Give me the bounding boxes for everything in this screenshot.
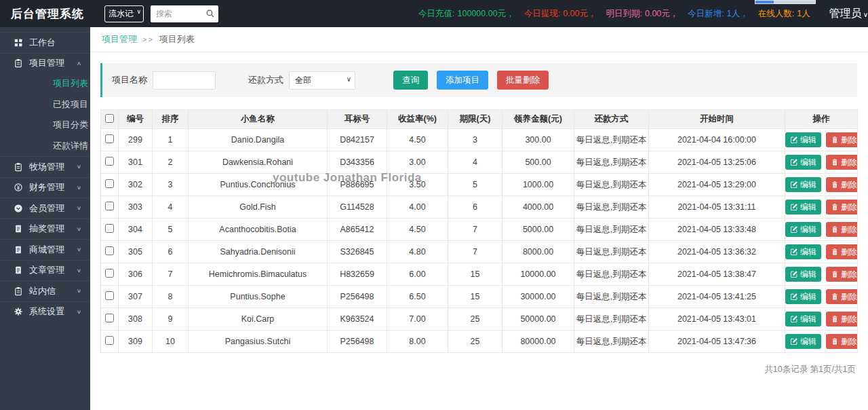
cell-start-time: 2021-04-05 13:36:32: [649, 241, 785, 263]
delete-button[interactable]: 删除: [826, 334, 858, 349]
edit-button[interactable]: 编辑: [785, 334, 821, 349]
delete-button[interactable]: 删除: [826, 289, 858, 304]
edit-button[interactable]: 编辑: [785, 289, 821, 304]
delete-button[interactable]: 删除: [826, 312, 858, 327]
sidebar-item[interactable]: 会员管理 ∨: [0, 198, 90, 219]
edit-button[interactable]: 编辑: [785, 267, 821, 282]
sidebar-item[interactable]: 项目管理 ∧: [0, 53, 90, 74]
trash-icon: [831, 248, 839, 256]
sidebar-item-label: 项目管理: [29, 57, 64, 69]
sidebar-item[interactable]: 项目分类: [0, 115, 90, 136]
cell-start-time: 2021-04-05 13:33:48: [649, 219, 785, 241]
table-row: 309 10 Pangasius.Sutchi P256498 8.00 25 …: [101, 331, 858, 353]
cell-rate: 3.00: [387, 151, 448, 174]
sidebar-item-label: 商城管理: [29, 244, 64, 256]
row-checkbox[interactable]: [105, 246, 114, 255]
project-name-input[interactable]: [153, 71, 216, 90]
cell-repay-method: 每日返息,到期还本: [574, 331, 649, 353]
stat-value: 100000.00元，: [458, 9, 515, 18]
row-checkbox[interactable]: [105, 269, 114, 278]
cell-repay-method: 每日返息,到期还本: [574, 151, 649, 174]
edit-button[interactable]: 编辑: [785, 222, 821, 237]
column-header: 操作: [785, 110, 858, 129]
sidebar-item[interactable]: 还款详情: [0, 136, 90, 157]
cell-term: 15: [448, 263, 502, 286]
sidebar-item[interactable]: 项目列表: [0, 73, 90, 94]
project-name-label: 项目名称: [112, 74, 147, 86]
doc-icon: [14, 224, 23, 234]
row-checkbox[interactable]: [105, 314, 114, 322]
table-row: 304 5 Acanthocobitis.Botia A865412 4.50 …: [101, 219, 858, 241]
admin-label: 管理员: [829, 7, 862, 19]
cell-ear-tag: H832659: [328, 263, 387, 286]
delete-button[interactable]: 删除: [826, 155, 858, 170]
edit-button[interactable]: 编辑: [785, 312, 821, 327]
chevron-icon: ∧: [77, 60, 81, 67]
cell-sort: 8: [153, 286, 189, 308]
cell-term: 4: [448, 151, 502, 174]
sidebar-item-label: 牧场管理: [29, 161, 64, 173]
column-header: 开始时间: [649, 110, 785, 129]
cell-repay-method: 每日返息,到期还本: [574, 219, 649, 241]
sidebar-item[interactable]: 工作台: [0, 32, 90, 53]
sidebar-item[interactable]: 牧场管理 ∨: [0, 156, 90, 177]
edit-icon: [790, 315, 798, 323]
edit-button[interactable]: 编辑: [785, 244, 821, 259]
row-checkbox[interactable]: [105, 202, 114, 210]
delete-button[interactable]: 删除: [826, 200, 858, 215]
cell-id: 308: [119, 308, 153, 331]
row-checkbox[interactable]: [105, 291, 114, 300]
edit-icon: [790, 136, 798, 144]
row-checkbox[interactable]: [105, 336, 114, 345]
column-header: 期限(天): [448, 110, 502, 129]
sidebar-item[interactable]: 已投项目: [0, 94, 90, 115]
edit-button[interactable]: 编辑: [785, 155, 821, 170]
batch-delete-button[interactable]: 批量删除: [497, 71, 549, 90]
stat-label: 今日新增:: [688, 9, 724, 18]
add-project-button[interactable]: 添加项目: [437, 71, 488, 90]
module-select[interactable]: 流水记录: [104, 5, 144, 22]
edit-button[interactable]: 编辑: [785, 177, 821, 192]
delete-button[interactable]: 删除: [826, 244, 858, 259]
trash-icon: [831, 293, 839, 301]
cell-term: 25: [448, 308, 502, 331]
sidebar-item[interactable]: 抽奖管理 ∨: [0, 219, 90, 240]
row-checkbox[interactable]: [105, 134, 114, 143]
query-button[interactable]: 查询: [393, 71, 428, 90]
stat-item: 今日新增:1人，: [688, 8, 748, 20]
row-checkbox[interactable]: [105, 224, 114, 233]
chevron-down-icon: ∨: [863, 11, 868, 18]
stat-item: 在线人数:1人: [758, 8, 810, 20]
trash-icon: [831, 136, 839, 144]
cell-repay-method: 每日返息,到期还本: [574, 308, 649, 331]
edit-button[interactable]: 编辑: [785, 200, 821, 215]
sidebar-item-label: 已投项目: [53, 98, 88, 111]
row-checkbox[interactable]: [105, 179, 114, 188]
sidebar-item-label: 文章管理: [29, 264, 64, 276]
delete-button[interactable]: 删除: [826, 267, 858, 282]
sidebar-item[interactable]: 财务管理 ∨: [0, 177, 90, 198]
stat-value: 0.00元，: [645, 9, 678, 18]
row-checkbox[interactable]: [105, 157, 114, 166]
sidebar-item[interactable]: 系统设置 ∨: [0, 301, 90, 322]
delete-button[interactable]: 删除: [826, 177, 858, 192]
sidebar-item[interactable]: 站内信 ∨: [0, 280, 90, 301]
cell-sort: 7: [153, 263, 189, 286]
cell-repay-method: 每日返息,到期还本: [574, 286, 649, 308]
select-all-checkbox[interactable]: [105, 114, 114, 123]
main-content: 项目管理 >> 项目列表 项目名称 还款方式 全部 ∨ 查询 添加项目 批量删除: [90, 27, 868, 410]
admin-menu[interactable]: 管理员∨: [829, 7, 868, 21]
repay-method-select[interactable]: 全部: [289, 71, 355, 90]
sidebar-item[interactable]: 商城管理 ∨: [0, 239, 90, 260]
delete-button[interactable]: 删除: [826, 132, 858, 147]
stat-label: 在线人数:: [758, 9, 794, 18]
sidebar-item[interactable]: 文章管理 ∨: [0, 260, 90, 281]
breadcrumb-section[interactable]: 项目管理: [102, 33, 137, 45]
trash-icon: [831, 181, 839, 189]
cell-id: 309: [119, 331, 153, 353]
edit-icon: [790, 158, 798, 166]
clip-icon: [14, 162, 23, 172]
delete-button[interactable]: 删除: [826, 222, 858, 237]
pagination-summary: 共10条记录 第1页/共1页: [90, 364, 856, 375]
edit-button[interactable]: 编辑: [785, 132, 821, 147]
